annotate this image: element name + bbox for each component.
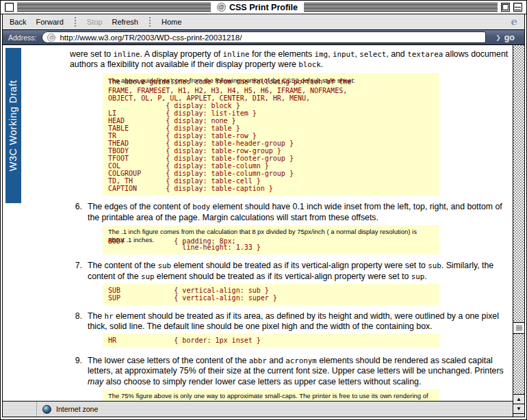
glitched-note-line: about .1 inches. BODY { padding: 8px; xyxy=(108,235,434,244)
note-text: The .1 inch figure comes from the calcul… xyxy=(108,228,434,236)
list-item-6: 6. The edges of the content of body elem… xyxy=(70,202,499,254)
address-input[interactable]: @ http://www.w3.org/TR/2003/WD-css-print… xyxy=(42,31,486,43)
code-block: FRAME, FRAMESET, H1, H2, H3, H4, H5, H6,… xyxy=(108,87,434,192)
glitched-note-line: small-caps. ABBR, ACRONYM { font-variant… xyxy=(108,399,434,401)
item-text: The hr element should be treated as if i… xyxy=(88,311,509,332)
list-item-9: 9. The lower case letters of the content… xyxy=(70,356,499,401)
window-title: CSS Print Profile xyxy=(229,3,298,12)
toolbar-separator xyxy=(75,17,76,27)
page-at-icon: @ xyxy=(217,3,226,12)
vertical-scrollbar[interactable]: ▲ ▼ xyxy=(513,45,524,417)
scroll-down-button[interactable]: ▼ xyxy=(513,404,524,413)
page-content: W3C Working Draft were set to inline. A … xyxy=(3,45,513,401)
browser-window: @ CSS Print Profile Back Forward Stop Re… xyxy=(0,0,527,420)
scrollbar-thumb[interactable] xyxy=(513,322,524,334)
item-text: The lower case letters of the content of… xyxy=(88,356,509,387)
banner-text: W3C Working Draft xyxy=(8,80,18,171)
scroll-up-button[interactable]: ▲ xyxy=(513,394,524,404)
item-number: 8. xyxy=(70,311,88,347)
list-item-8: 8. The hr element should be treated as i… xyxy=(70,311,499,347)
address-bar: Address: @ http://www.w3.org/TR/2003/WD-… xyxy=(3,29,524,45)
collapse-box-icon[interactable] xyxy=(513,3,522,12)
item-text: The edges of the content of body element… xyxy=(88,202,509,222)
status-bar: Internet zone xyxy=(3,401,513,417)
item-number: 9. xyxy=(70,356,88,401)
toolbar-separator xyxy=(149,17,151,27)
app-body: Back Forward Stop Refresh Home e Address… xyxy=(2,14,525,417)
note-box-small-caps: The 75% figure above is only one way to … xyxy=(103,389,439,401)
toolbar: Back Forward Stop Refresh Home e xyxy=(3,14,524,29)
stylesheet-note-box: The above guidelines come from the follo… xyxy=(103,73,439,196)
go-button[interactable]: ❯ go xyxy=(491,33,519,42)
forward-button[interactable]: Forward xyxy=(36,18,63,26)
note-box-body-padding: The .1 inch figure comes from the calcul… xyxy=(103,225,439,255)
item-number: 6. xyxy=(70,202,88,254)
title-wrap: @ CSS Print Profile xyxy=(214,3,300,12)
address-url-text: http://www.w3.org/TR/2003/WD-css-print-2… xyxy=(60,34,242,42)
stop-button[interactable]: Stop xyxy=(87,18,103,26)
glitched-note-line: The above guidelines come from the follo… xyxy=(108,76,434,84)
ghost-code: ABBR, ACRONYM { font-variant: small-caps… xyxy=(108,400,285,401)
scrollbar-grip-icon xyxy=(516,326,522,330)
code-box-sub-sup: SUB { vertical-align: sub }SUP { vertica… xyxy=(103,284,439,305)
left-column: W3C Working Draft were set to inline. A … xyxy=(3,45,513,417)
scrollbar-track[interactable] xyxy=(513,45,524,394)
ie-throbber-icon: e xyxy=(511,16,517,28)
go-arrow-icon: ❯ xyxy=(496,34,501,41)
zoom-box-icon[interactable] xyxy=(501,3,510,12)
note-text: The 75% figure above is only one way to … xyxy=(108,392,434,400)
w3c-working-draft-banner: W3C Working Draft xyxy=(5,48,21,203)
item-text: The content of the sub element should be… xyxy=(88,261,509,281)
close-box-icon[interactable] xyxy=(5,3,14,12)
main-row: W3C Working Draft were set to inline. A … xyxy=(3,45,524,417)
address-label: Address: xyxy=(8,34,36,42)
item-number: 7. xyxy=(70,261,88,304)
titlebar-stripes xyxy=(304,3,498,12)
ghost-code: BODY { padding: 8px; xyxy=(108,236,236,246)
intro-paragraph: were set to inline. A display property o… xyxy=(70,49,509,70)
go-button-label: go xyxy=(504,33,515,42)
code-box-hr: HR { border: 1px inset } xyxy=(103,334,439,347)
scrollbar-corner xyxy=(513,413,524,417)
url-page-icon: @ xyxy=(47,34,55,42)
globe-icon xyxy=(42,405,51,414)
back-button[interactable]: Back xyxy=(10,18,26,26)
title-bar[interactable]: @ CSS Print Profile xyxy=(1,1,526,14)
home-button[interactable]: Home xyxy=(162,18,181,26)
ghost-text: The above guidelines come from the follo… xyxy=(108,77,351,87)
list-item-7: 7. The content of the sub element should… xyxy=(70,261,499,304)
code-block: SUB { vertical-align: sub }SUP { vertica… xyxy=(108,287,434,302)
status-text: Internet zone xyxy=(56,405,98,413)
refresh-button[interactable]: Refresh xyxy=(112,18,138,26)
status-left-segment xyxy=(3,402,37,417)
code-block: HR { border: 1px inset } xyxy=(108,337,434,344)
titlebar-stripes xyxy=(17,3,211,12)
